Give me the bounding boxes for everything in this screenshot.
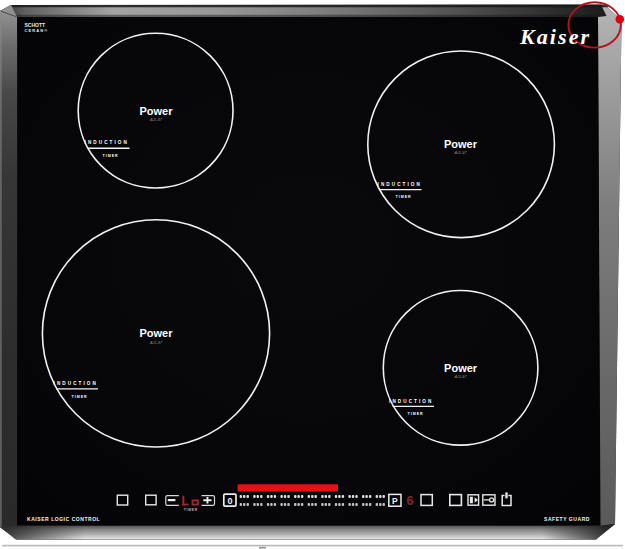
svg-text:TIMER: TIMER	[184, 508, 198, 512]
svg-text:P: P	[392, 496, 398, 506]
svg-text:SAFETY GUARD: SAFETY GUARD	[544, 516, 590, 522]
svg-text:CERAN®: CERAN®	[25, 28, 49, 33]
svg-text:INDUCTION: INDUCTION	[85, 140, 129, 145]
svg-text:6: 6	[406, 494, 414, 509]
svg-text:INDUCTION: INDUCTION	[54, 381, 98, 386]
svg-text:INDUCTION: INDUCTION	[389, 399, 433, 404]
svg-text:TIMER: TIMER	[72, 395, 88, 399]
svg-text:INDUCTION: INDUCTION	[378, 182, 422, 187]
svg-text:Power: Power	[444, 138, 478, 150]
svg-text:AJI-97: AJI-97	[149, 340, 163, 345]
svg-text:0: 0	[227, 496, 232, 506]
svg-text:TIMER: TIMER	[103, 154, 119, 158]
svg-text:Power: Power	[444, 362, 478, 374]
svg-text:KAISER LOGIC CONTROL: KAISER LOGIC CONTROL	[27, 516, 100, 522]
svg-text:Power: Power	[139, 327, 173, 339]
svg-text:AJI-97: AJI-97	[453, 150, 467, 155]
svg-text:Kaiser: Kaiser	[519, 24, 591, 49]
svg-text:TIMER: TIMER	[396, 195, 412, 199]
svg-text:Power: Power	[139, 105, 173, 117]
svg-text:TIMER: TIMER	[408, 412, 424, 416]
svg-text:AJI-97: AJI-97	[454, 374, 468, 379]
svg-text:AJI-97: AJI-97	[149, 117, 163, 122]
